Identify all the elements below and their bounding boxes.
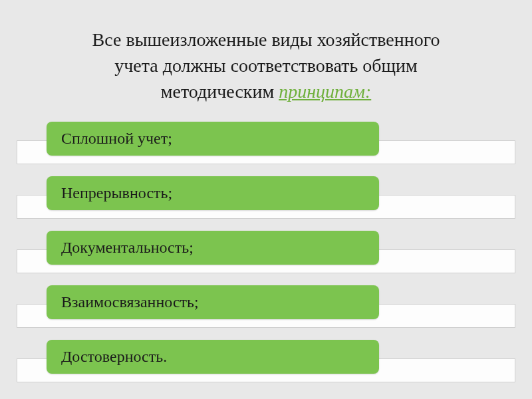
list-item: Непрерывность; xyxy=(17,176,515,219)
heading-line-2: учета должны соответствовать общим xyxy=(114,55,418,76)
item-chip: Документальность; xyxy=(47,231,379,265)
list-item: Сплошной учет; xyxy=(17,122,515,164)
item-chip: Достоверность. xyxy=(47,340,379,374)
item-chip: Непрерывность; xyxy=(47,176,379,210)
list-item: Взаимосвязанность; xyxy=(17,285,515,328)
item-label: Достоверность. xyxy=(61,348,167,365)
item-label: Документальность; xyxy=(61,239,194,256)
list-item: Достоверность. xyxy=(17,340,515,382)
principles-list: Сплошной учет; Непрерывность; Документал… xyxy=(17,122,515,382)
list-item: Документальность; xyxy=(17,231,515,273)
item-label: Сплошной учет; xyxy=(61,130,172,147)
item-label: Непрерывность; xyxy=(61,184,172,201)
item-chip: Сплошной учет; xyxy=(47,122,379,156)
heading-emphasis: принципам: xyxy=(279,81,371,102)
heading-line-3-prefix: методическим xyxy=(161,81,279,102)
heading-line-1: Все вышеизложенные виды хозяйственного xyxy=(92,29,440,50)
slide-heading: Все вышеизложенные виды хозяйственного у… xyxy=(17,27,515,105)
item-chip: Взаимосвязанность; xyxy=(47,285,379,319)
item-label: Взаимосвязанность; xyxy=(61,293,199,311)
